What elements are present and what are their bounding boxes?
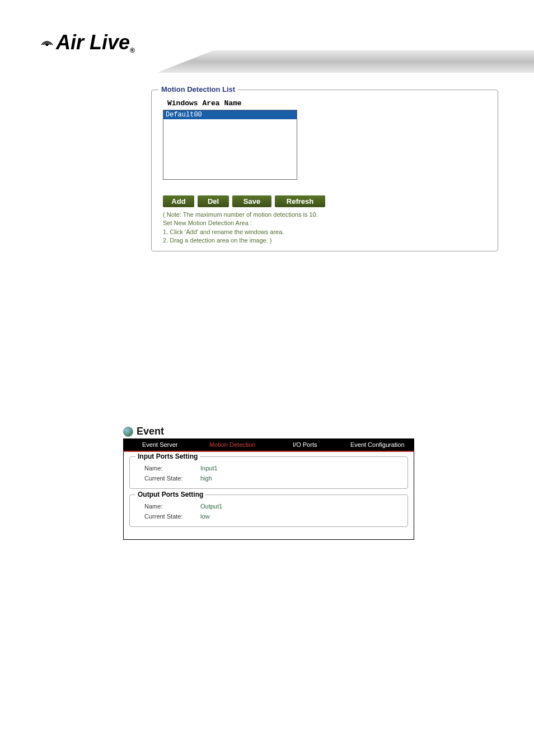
globe-icon — [123, 427, 133, 437]
motion-detection-list-fieldset: Motion Detection List Windows Area Name … — [151, 90, 498, 251]
event-tab-content: Input Ports Setting Name: Input1 Current… — [123, 451, 414, 540]
output-name-value: Output1 — [200, 503, 222, 510]
input-state-row: Current State: high — [144, 475, 401, 482]
save-button[interactable]: Save — [232, 195, 271, 207]
notes-block: ( Note: The maximum number of motion det… — [163, 211, 492, 245]
input-name-value: Input1 — [200, 465, 218, 472]
input-name-label: Name: — [144, 465, 200, 472]
tab-motion-detection[interactable]: Motion Detection — [196, 439, 269, 450]
motion-detection-listbox[interactable]: Default00 — [163, 110, 297, 180]
input-name-row: Name: Input1 — [144, 465, 401, 472]
output-state-row: Current State: low — [144, 513, 401, 520]
logo-text: Air Live — [56, 31, 130, 54]
event-header: Event — [123, 426, 414, 437]
output-state-value: low — [200, 513, 210, 520]
tab-event-configuration[interactable]: Event Configuration — [341, 439, 414, 450]
note-line: 2. Drag a detection area on the image. ) — [163, 236, 492, 245]
event-title: Event — [137, 426, 164, 437]
input-ports-fieldset: Input Ports Setting Name: Input1 Current… — [129, 456, 408, 489]
add-button[interactable]: Add — [163, 195, 194, 207]
windows-area-name-label: Windows Area Name — [167, 99, 492, 108]
event-tabs: Event Server Motion Detection I/O Ports … — [123, 438, 414, 451]
output-ports-title: Output Ports Setting — [135, 491, 205, 498]
tab-event-server[interactable]: Event Server — [124, 439, 196, 450]
output-name-label: Name: — [144, 503, 200, 510]
output-name-row: Name: Output1 — [144, 503, 401, 510]
input-state-value: high — [200, 475, 212, 482]
output-state-label: Current State: — [144, 513, 200, 520]
input-state-label: Current State: — [144, 475, 200, 482]
tab-io-ports[interactable]: I/O Ports — [269, 439, 341, 450]
output-ports-fieldset: Output Ports Setting Name: Output1 Curre… — [129, 494, 408, 527]
button-row: Add Del Save Refresh — [163, 195, 492, 207]
note-line: ( Note: The maximum number of motion det… — [163, 211, 492, 219]
svg-rect-0 — [46, 44, 48, 46]
logo-area: Air Live ® — [39, 31, 135, 54]
logo-registration: ® — [130, 46, 135, 54]
wifi-icon — [39, 31, 55, 54]
airlive-logo: Air Live ® — [39, 31, 135, 54]
note-line: Set New Motion Detection Area : — [163, 219, 492, 227]
note-line: 1. Click 'Add' and rename the windows ar… — [163, 228, 492, 236]
event-panel: Event Event Server Motion Detection I/O … — [123, 426, 414, 540]
input-ports-title: Input Ports Setting — [135, 452, 200, 460]
motion-detection-list-title: Motion Detection List — [158, 85, 238, 94]
refresh-button[interactable]: Refresh — [275, 195, 325, 207]
del-button[interactable]: Del — [198, 195, 229, 207]
list-item[interactable]: Default00 — [163, 110, 297, 119]
header-banner — [157, 50, 534, 73]
